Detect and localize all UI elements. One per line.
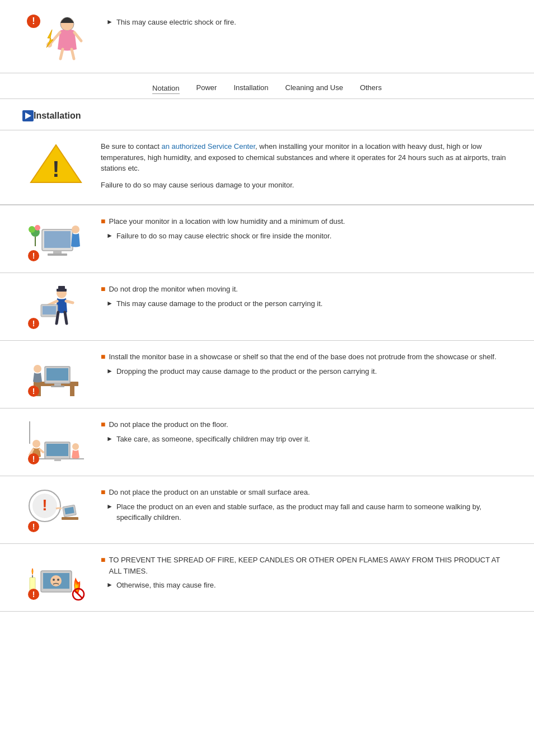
svg-line-6	[60, 49, 63, 59]
floor-illustration: !	[25, 419, 87, 466]
install-first-text: Be sure to contact an authorized Service…	[101, 141, 512, 174]
arrow-icon-2: ►	[106, 299, 113, 307]
svg-point-67	[57, 579, 59, 581]
tab-notation[interactable]: Notation	[152, 84, 179, 94]
row5-main-bullet: ■ Do not place the product on an unstabl…	[101, 487, 512, 498]
bullet-icon-1: ■	[101, 217, 105, 226]
row1-image: !	[22, 214, 90, 264]
svg-line-3	[50, 32, 60, 44]
svg-point-51	[72, 443, 79, 450]
row4-content: ■ Do not place the product on the floor.…	[101, 417, 512, 444]
svg-point-17	[29, 226, 35, 233]
svg-text:!: !	[32, 522, 35, 531]
arrow-icon-5: ►	[106, 503, 113, 510]
svg-rect-29	[43, 306, 56, 314]
row4-image: !	[22, 417, 90, 467]
row6-image: !	[22, 552, 90, 603]
svg-rect-36	[70, 386, 74, 396]
svg-text:!: !	[32, 319, 35, 328]
svg-rect-25	[58, 286, 65, 289]
tab-others[interactable]: Others	[360, 83, 382, 94]
top-section: ! ► This may cause electric shock or fir…	[0, 0, 534, 73]
install-row-4: ! ■ Do not place the product on the floo…	[0, 408, 534, 476]
service-center-link[interactable]: an authorized Service Center	[161, 142, 255, 151]
svg-point-48	[32, 440, 40, 448]
svg-point-65	[50, 575, 62, 586]
top-content: ► This may cause electric shock or fire.	[101, 11, 512, 28]
row2-image: !	[22, 281, 90, 332]
install-row-5: ! ! ■ Do not place the product on an uns…	[0, 476, 534, 544]
row3-image: !	[22, 349, 90, 400]
svg-rect-38	[46, 368, 68, 381]
svg-text:!: !	[52, 157, 59, 181]
warning-triangle-image: !	[22, 139, 90, 189]
install-row-6: ! ■ TO PREVENT THE SPREAD OF FIRE, KEEP …	[0, 544, 534, 612]
row6-main-bullet: ■ TO PREVENT THE SPREAD OF FIRE, KEEP CA…	[101, 555, 512, 576]
row2-content: ■ Do not drop the monitor when moving it…	[101, 281, 512, 309]
svg-text:!: !	[32, 454, 35, 463]
install-row-2: ! ■ Do not drop the monitor when moving …	[0, 273, 534, 341]
svg-rect-46	[46, 444, 68, 456]
section-header: Installation	[0, 105, 534, 127]
svg-rect-40	[51, 386, 64, 387]
arrow-icon: ►	[106, 18, 113, 26]
svg-line-31	[65, 312, 67, 323]
row5-content: ■ Do not place the product on an unstabl…	[101, 485, 512, 523]
svg-rect-14	[53, 251, 62, 253]
row2-sub-bullet: ► This may cause damage to the product o…	[106, 298, 512, 309]
arrow-icon-3: ►	[106, 367, 113, 375]
fire-illustration: !	[25, 554, 87, 602]
svg-point-20	[72, 226, 79, 233]
row4-sub-bullet: ► Take care, as someone, specifically ch…	[106, 434, 512, 445]
row1-main-bullet: ■ Place your monitor in a location with …	[101, 216, 512, 227]
drop-illustration: !	[25, 283, 87, 331]
install-row-3: ! ■ Install the monitor base in a showca…	[0, 341, 534, 408]
row2-main-bullet: ■ Do not drop the monitor when moving it…	[101, 284, 512, 295]
svg-line-7	[72, 49, 74, 59]
row5-image: ! !	[22, 485, 90, 535]
electric-shock-illustration: !	[25, 13, 87, 60]
triangle-warning-illustration: !	[25, 140, 87, 188]
row6-sub-bullet: ► Otherwise, this may cause fire.	[106, 580, 512, 591]
svg-text:!: !	[32, 16, 35, 26]
showcase-illustration: !	[25, 351, 87, 398]
install-first-content: Be sure to contact an authorized Service…	[101, 139, 512, 196]
row3-main-bullet: ■ Install the monitor base in a showcase…	[101, 351, 512, 363]
row3-content: ■ Install the monitor base in a showcase…	[101, 349, 512, 377]
svg-point-18	[35, 225, 40, 231]
top-warning-text: ► This may cause electric shock or fire.	[106, 17, 512, 28]
humidity-illustration: !	[25, 215, 87, 263]
bullet-icon-4: ■	[101, 420, 105, 429]
top-image: !	[22, 11, 90, 62]
tab-cleaning[interactable]: Cleaning and Use	[285, 83, 343, 94]
row6-content: ■ TO PREVENT THE SPREAD OF FIRE, KEEP CA…	[101, 552, 512, 591]
svg-rect-13	[44, 231, 71, 248]
arrow-icon-1: ►	[106, 232, 113, 240]
svg-point-41	[34, 365, 41, 373]
install-first-subtext: Failure to do so may cause serious damag…	[101, 180, 512, 191]
svg-line-27	[66, 301, 73, 303]
svg-text:!: !	[32, 251, 35, 260]
row3-sub-bullet: ► Dropping the product may cause damage …	[106, 366, 512, 377]
tab-installation[interactable]: Installation	[233, 83, 268, 94]
row1-content: ■ Place your monitor in a location with …	[101, 214, 512, 241]
section-title: Installation	[34, 111, 81, 121]
row5-sub-bullet: ► Place the product on an even and stabl…	[106, 501, 512, 523]
unstable-illustration: ! !	[25, 486, 87, 534]
svg-rect-47	[54, 459, 61, 461]
svg-point-66	[53, 579, 55, 581]
svg-text:!: !	[32, 590, 35, 599]
row4-main-bullet: ■ Do not place the product on the floor.	[101, 419, 512, 430]
tab-power[interactable]: Power	[196, 83, 217, 94]
bullet-icon-5: ■	[101, 487, 105, 496]
install-row-1: ! ■ Place your monitor in a location wit…	[0, 205, 534, 273]
svg-text:!: !	[32, 387, 35, 396]
nav-tabs: Notation Power Installation Cleaning and…	[0, 73, 534, 99]
bullet-icon-2: ■	[101, 284, 105, 293]
arrow-icon-6: ►	[106, 581, 113, 589]
svg-text:!: !	[42, 496, 47, 514]
bullet-icon-6: ■	[101, 555, 105, 564]
svg-rect-58	[62, 517, 78, 520]
arrow-icon-4: ►	[106, 435, 113, 443]
row1-sub-bullet: ► Failure to do so may cause electric sh…	[106, 231, 512, 242]
